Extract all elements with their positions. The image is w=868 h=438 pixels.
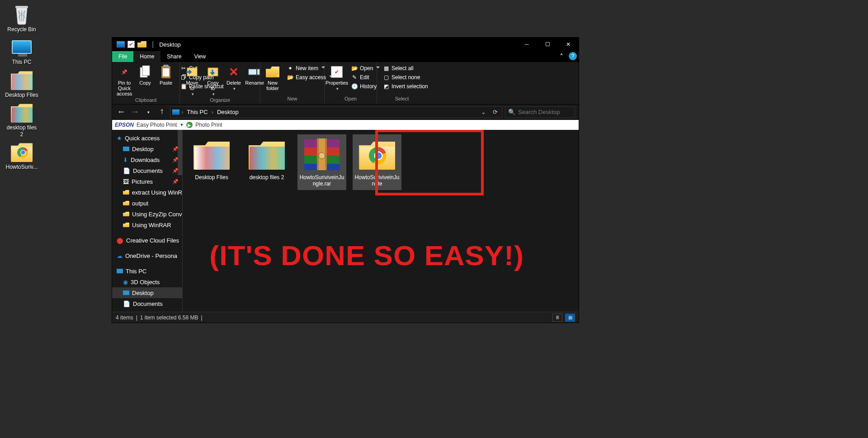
file-item-rar[interactable]: HowtoSuriviveinJungle.rar	[297, 134, 346, 190]
location-icon	[172, 110, 179, 115]
this-pc-small-icon	[117, 269, 123, 273]
tree-3d-objects[interactable]: ◉3D Objects	[112, 276, 182, 287]
svg-rect-8	[163, 68, 169, 76]
search-box[interactable]: 🔍 Search Desktop	[505, 106, 575, 118]
epson-easy-print[interactable]: Easy Photo Print	[137, 122, 177, 128]
tree-desktop-2[interactable]: Desktop	[112, 287, 182, 298]
maximize-button[interactable]: ☐	[537, 38, 558, 51]
new-folder-button[interactable]: ✦New folder	[263, 64, 282, 92]
desktop-files-folder[interactable]: Desktop FIles	[5, 69, 39, 98]
copy-to-icon	[206, 65, 220, 79]
tree-desktop[interactable]: Desktop📌	[112, 143, 182, 154]
close-button[interactable]: ✕	[558, 38, 579, 51]
search-icon: 🔍	[508, 109, 515, 115]
tree-ezyzip[interactable]: Using EzyZip Conv	[112, 209, 182, 219]
address-dropdown-button[interactable]: ⌄	[478, 109, 488, 115]
back-button[interactable]: 🡐	[116, 107, 127, 118]
properties-button[interactable]: ✔Properties	[327, 64, 346, 92]
up-button[interactable]: 🡑	[156, 107, 167, 118]
copy-button[interactable]: Copy	[136, 64, 155, 86]
forward-button[interactable]: 🡒	[129, 107, 140, 118]
paste-icon	[159, 65, 173, 79]
file-item-desktop-files[interactable]: Desktop FIles	[187, 134, 236, 183]
tree-documents-2[interactable]: 📄Documents	[112, 298, 182, 309]
new-folder-qat-icon[interactable]	[137, 41, 146, 48]
folder-small-icon	[123, 212, 129, 216]
select-all-button[interactable]: ▦Select all	[380, 64, 431, 73]
pin-icon: 📌	[172, 157, 179, 163]
tab-file[interactable]: File	[112, 51, 133, 62]
move-to-icon	[185, 65, 199, 79]
tree-downloads[interactable]: ⬇Downloads📌	[112, 154, 182, 165]
address-bar[interactable]: › This PC › Desktop ⌄ ⟳	[170, 106, 502, 118]
quick-access-toolbar: ✔ |	[112, 40, 156, 48]
folder-icon	[11, 102, 33, 124]
desktop-files-2-folder[interactable]: desktop files 2	[5, 102, 39, 138]
new-folder-icon: ✦	[265, 65, 280, 79]
breadcrumb-desktop[interactable]: Desktop	[215, 109, 241, 115]
easy-access-icon: 📂	[287, 74, 294, 81]
tree-creative-cloud[interactable]: ⬤Creative Cloud Files	[112, 235, 182, 246]
large-icons-view-button[interactable]: ▦	[565, 314, 575, 322]
tree-winrar[interactable]: Using WinRAR	[112, 219, 182, 230]
delete-button[interactable]: ✕Delete	[224, 64, 243, 92]
tree-onedrive[interactable]: ☁OneDrive - Persona	[112, 250, 182, 261]
svg-rect-7	[163, 65, 169, 67]
minimize-button[interactable]: ─	[516, 38, 537, 51]
details-view-button[interactable]: ≣	[552, 314, 562, 322]
rar-icon	[302, 137, 342, 172]
epson-photo-print-icon: ▶	[186, 122, 193, 128]
group-select: ▦Select all ▢Select none ◩Invert selecti…	[377, 62, 427, 104]
status-bar: 4 items | 1 item selected 6.58 MB | ≣ ▦	[112, 312, 579, 323]
tab-home[interactable]: Home	[133, 51, 160, 62]
new-item-icon: ✦	[287, 65, 294, 72]
this-pc[interactable]: This PC	[5, 36, 39, 65]
pin-quick-access-button[interactable]: 📌Pin to Quick access	[115, 64, 134, 97]
paste-button[interactable]: Paste	[156, 64, 175, 86]
tree-this-pc[interactable]: This PC	[112, 266, 182, 276]
desktop-icon-label: Desktop FIles	[5, 92, 38, 98]
file-list[interactable]: Desktop FIles desktop files 2 HowtoSuriv…	[183, 130, 579, 312]
group-organize: Move to Copy to ✕Delete Rename Organize	[180, 62, 260, 104]
file-item-howto-folder[interactable]: HowtoSuriviveinJungle	[353, 134, 401, 190]
tree-output[interactable]: output	[112, 198, 182, 209]
properties-qat-icon[interactable]: ✔	[127, 41, 135, 48]
file-item-desktop-files-2[interactable]: desktop files 2	[242, 134, 291, 183]
breadcrumb-this-pc[interactable]: This PC	[185, 109, 209, 115]
epson-photo-print[interactable]: Photo Print	[195, 122, 222, 128]
recycle-bin[interactable]: Recycle Bin	[5, 4, 39, 33]
desktop-icons-area: Recycle Bin This PC Desktop FIles deskto…	[0, 0, 43, 174]
refresh-button[interactable]: ⟳	[490, 109, 500, 115]
delete-icon: ✕	[226, 65, 241, 79]
invert-selection-button[interactable]: ◩Invert selection	[380, 82, 431, 91]
move-to-button[interactable]: Move to	[183, 64, 202, 97]
history-icon: 🕘	[351, 83, 358, 90]
this-pc-icon	[11, 36, 33, 58]
tree-extract-using-winrar[interactable]: extract Using WinR	[112, 187, 182, 198]
tab-share[interactable]: Share	[160, 51, 188, 62]
status-separator: |	[201, 314, 203, 321]
desktop-small-icon	[123, 290, 129, 295]
copy-to-button[interactable]: Copy to	[203, 64, 222, 97]
help-button[interactable]: ?	[569, 52, 577, 60]
recycle-bin-icon	[11, 4, 33, 25]
folder-small-icon	[123, 190, 129, 195]
select-all-icon: ▦	[382, 65, 390, 72]
tree-quick-access[interactable]: ★Quick access	[112, 133, 182, 143]
collapse-ribbon-button[interactable]: ˄	[557, 51, 566, 62]
howto-folder[interactable]: HowtoSuriv...	[5, 141, 39, 170]
folder-chrome-icon	[11, 141, 33, 163]
pictures-icon: 🖼	[123, 178, 129, 185]
select-none-button[interactable]: ▢Select none	[380, 73, 431, 82]
tree-pictures[interactable]: 🖼Pictures📌	[112, 176, 182, 187]
recent-locations-button[interactable]: ▾	[143, 107, 154, 118]
window-icon	[117, 41, 125, 48]
epson-brand: EPSON	[115, 122, 134, 128]
tab-view[interactable]: View	[188, 51, 212, 62]
desktop-icon-label: This PC	[12, 59, 32, 65]
folder-thumb-icon	[191, 137, 232, 172]
tree-documents[interactable]: 📄Documents📌	[112, 165, 182, 176]
epson-toolbar: EPSON Easy Photo Print ▼ ▶ Photo Print	[112, 120, 579, 130]
titlebar[interactable]: ✔ | Desktop ─ ☐ ✕	[112, 38, 579, 51]
navigation-pane[interactable]: ★Quick access Desktop📌 ⬇Downloads📌 📄Docu…	[112, 130, 183, 312]
